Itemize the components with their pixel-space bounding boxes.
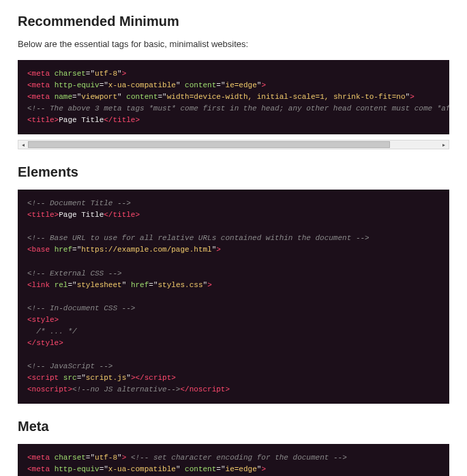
heading-meta: Meta <box>18 419 449 434</box>
codeblock-elements[interactable]: <!-- Document Title --><title>Page Title… <box>18 190 449 404</box>
heading-elements: Elements <box>18 164 449 180</box>
heading-recommended-minimum: Recommended Minimum <box>18 14 449 29</box>
codeblock-wrap-recmin: <meta charset="utf-8"><meta http-equiv="… <box>18 60 449 134</box>
scrollbar-thumb[interactable] <box>28 141 390 148</box>
section-recommended-minimum: Recommended Minimum Below are the essent… <box>18 14 449 149</box>
horizontal-scrollbar[interactable]: ◂ ▸ <box>18 140 449 149</box>
codeblock-recmin[interactable]: <meta charset="utf-8"><meta http-equiv="… <box>18 60 449 134</box>
scroll-left-arrow-icon[interactable]: ◂ <box>18 140 28 149</box>
codeblock-meta[interactable]: <meta charset="utf-8"> <!-- set characte… <box>18 444 449 476</box>
scroll-right-arrow-icon[interactable]: ▸ <box>439 140 449 149</box>
codeblock-wrap-meta: <meta charset="utf-8"> <!-- set characte… <box>18 444 449 476</box>
section-meta: Meta <meta charset="utf-8"> <!-- set cha… <box>18 419 449 476</box>
section-elements: Elements <!-- Document Title --><title>P… <box>18 164 449 404</box>
codeblock-wrap-elements: <!-- Document Title --><title>Page Title… <box>18 190 449 404</box>
desc-recommended-minimum: Below are the essential tags for basic, … <box>18 39 449 49</box>
scrollbar-track[interactable] <box>28 141 439 148</box>
